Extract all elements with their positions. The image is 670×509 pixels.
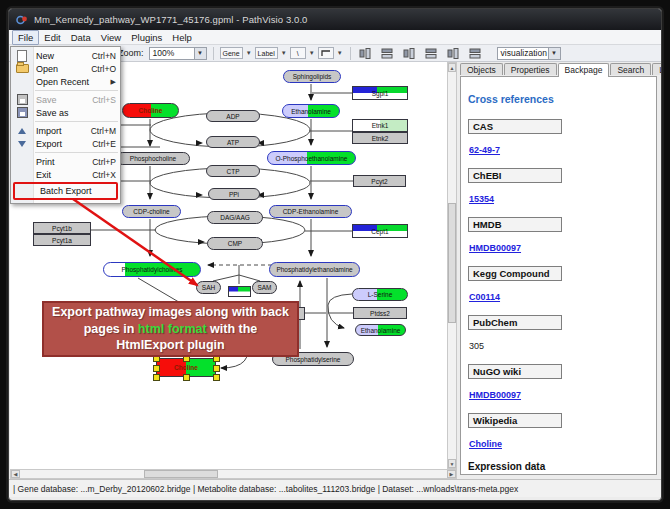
- app-window: Mm_Kennedy_pathway_WP1771_45176.gpml - P…: [8, 8, 662, 501]
- selection-handle[interactable]: [213, 365, 220, 372]
- file-menu-item-open-recent[interactable]: Open Recent▶: [11, 75, 120, 88]
- scroll-up-icon[interactable]: ▲: [448, 63, 456, 72]
- pathway-node-choline-top[interactable]: Choline: [122, 103, 179, 118]
- label-tool-button[interactable]: Label: [255, 47, 278, 59]
- tab-legend[interactable]: Legend: [652, 63, 662, 75]
- window-title: Mm_Kennedy_pathway_WP1771_45176.gpml - P…: [34, 14, 308, 25]
- file-menu-item-print[interactable]: PrintCtrl+P: [11, 155, 120, 168]
- backpage-value-nugo-wiki[interactable]: HMDB00097: [469, 390, 521, 400]
- backpage-section-kegg-compound: Kegg Compound: [468, 266, 562, 281]
- file-menu-item-new[interactable]: NewCtrl+N: [11, 49, 120, 62]
- tab-backpage[interactable]: Backpage: [558, 63, 610, 77]
- align-top-icon[interactable]: [445, 47, 461, 60]
- pathway-node-sah[interactable]: SAH: [196, 281, 221, 294]
- align-center-x-icon[interactable]: [357, 47, 373, 60]
- menubar-item-edit[interactable]: Edit: [39, 31, 65, 44]
- chevron-down-icon[interactable]: ▼: [308, 50, 316, 56]
- line-tool-button[interactable]: \: [290, 47, 306, 59]
- pathway-node-dag-aag[interactable]: DAG/AAG: [207, 211, 263, 224]
- menubar-item-data[interactable]: Data: [66, 31, 96, 44]
- pathway-node-pcyt1b[interactable]: Pcyt1b: [33, 222, 91, 234]
- pathway-node-l-serine[interactable]: L-Serine: [352, 288, 408, 301]
- pathway-node-cept1[interactable]: Cept1: [352, 224, 408, 238]
- backpage-value-hmdb[interactable]: HMDB00097: [469, 243, 521, 253]
- pathway-node-etnk1[interactable]: Etnk1: [352, 119, 408, 132]
- pathway-node-cdp-ethanolamine[interactable]: CDP-Ethanolamine: [269, 205, 352, 218]
- file-menu-item-open[interactable]: OpenCtrl+O: [11, 62, 120, 75]
- pathway-node-sam[interactable]: SAM: [252, 281, 277, 294]
- stack-horizontal-icon[interactable]: [423, 47, 439, 60]
- file-menu: NewCtrl+NOpenCtrl+OOpen Recent▶SaveCtrl+…: [10, 46, 121, 204]
- vscroll-thumb[interactable]: [448, 203, 456, 323]
- selection-handle[interactable]: [183, 374, 190, 381]
- annotation-line2: pages in html format with the: [84, 321, 258, 338]
- pathway-node-atp[interactable]: ATP: [206, 136, 260, 148]
- toolbar-separator: [213, 47, 214, 60]
- zoom-combobox[interactable]: 100% ▼: [149, 47, 207, 60]
- file-menu-item-save-as[interactable]: Save as: [11, 106, 120, 119]
- pathway-node-phosphatidylethanolamine[interactable]: Phosphatidylethanolamine: [269, 262, 360, 277]
- selection-handle[interactable]: [153, 374, 160, 381]
- scroll-left-icon[interactable]: ◀: [11, 470, 20, 478]
- backpage-value-wikipedia[interactable]: Choline: [469, 439, 502, 449]
- chevron-down-icon[interactable]: ▼: [280, 50, 288, 56]
- pathway-node-cdp-choline[interactable]: CDP-choline: [122, 205, 181, 218]
- annotation-line1: Export pathway images along with back: [52, 304, 289, 321]
- menubar-item-help[interactable]: Help: [167, 31, 197, 44]
- pathway-node-ppi[interactable]: PPi: [208, 188, 260, 200]
- scroll-down-icon[interactable]: ▼: [448, 459, 456, 468]
- pathway-node-ptdss2[interactable]: Ptdss2: [353, 307, 407, 319]
- cross-references-heading: Cross references: [468, 93, 650, 105]
- chevron-down-icon[interactable]: ▼: [245, 50, 253, 56]
- visualization-combobox[interactable]: visualization ▼: [497, 47, 561, 60]
- tab-search[interactable]: Search: [610, 63, 651, 75]
- file-menu-item-save[interactable]: SaveCtrl+S: [11, 93, 120, 106]
- pathway-node-o-phosphoethanolamine[interactable]: O-Phosphoethanolamine: [267, 151, 356, 165]
- selection-handle[interactable]: [213, 374, 220, 381]
- hscroll-thumb[interactable]: [144, 470, 218, 478]
- pathway-node-pcyt1a[interactable]: Pcyt1a: [33, 234, 91, 246]
- chevron-down-icon[interactable]: ▼: [548, 48, 560, 59]
- pathway-node-sphingolipids[interactable]: Sphingolipids: [283, 70, 341, 83]
- align-center-y-icon[interactable]: [379, 47, 395, 60]
- file-menu-item-import[interactable]: ImportCtrl+M: [11, 124, 120, 137]
- pathway-node-pcyt2[interactable]: Pcyt2: [353, 175, 406, 187]
- menubar-item-file[interactable]: File: [12, 30, 39, 45]
- canvas-vscrollbar[interactable]: ▲ ▼: [447, 62, 457, 469]
- common-size-icon[interactable]: [467, 47, 483, 60]
- title-bar[interactable]: Mm_Kennedy_pathway_WP1771_45176.gpml - P…: [9, 9, 661, 30]
- stack-vertical-icon[interactable]: [401, 47, 417, 60]
- backpage-value-chebi[interactable]: 15354: [469, 194, 494, 204]
- scroll-right-icon[interactable]: ▶: [447, 470, 456, 478]
- file-menu-item-batch-export[interactable]: Batch Export: [13, 182, 118, 200]
- menubar-item-plugins[interactable]: Plugins: [126, 31, 167, 44]
- pathway-node-ctp[interactable]: CTP: [206, 165, 260, 177]
- chevron-down-icon[interactable]: ▼: [194, 48, 206, 59]
- pathway-node-ethanolamine-top[interactable]: Ethanolamine: [282, 104, 340, 118]
- pathway-node-phosphatidylcholines[interactable]: Phosphatidylcholines: [103, 262, 201, 277]
- file-menu-item-exit[interactable]: ExitCtrl+X: [11, 168, 120, 181]
- pathway-node-pemt[interactable]: [228, 286, 251, 297]
- canvas-hscrollbar[interactable]: ◀ ▶: [10, 469, 457, 479]
- file-menu-item-export[interactable]: ExportCtrl+E: [11, 137, 120, 150]
- open-folder-icon: [14, 63, 30, 74]
- backpage-value-kegg-compound[interactable]: C00114: [469, 292, 500, 302]
- pathway-node-ethanolamine-bottom[interactable]: Ethanolamine: [355, 324, 406, 336]
- backpage-value-cas[interactable]: 62-49-7: [469, 145, 500, 155]
- pathway-node-phosphocholine[interactable]: Phosphocholine: [116, 152, 190, 165]
- pathway-node-adp[interactable]: ADP: [206, 110, 260, 122]
- menu-icon-placeholder: [14, 169, 30, 180]
- pathway-node-cmp[interactable]: CMP: [207, 237, 263, 250]
- connector-tool-button[interactable]: [318, 47, 334, 59]
- tab-objects[interactable]: Objects: [460, 63, 503, 75]
- pathway-node-sgpl1[interactable]: Sgpl1: [352, 86, 408, 100]
- save-icon: [14, 94, 30, 105]
- status-text: | Gene database: ...m_Derby_20120602.bri…: [13, 484, 518, 494]
- menubar-item-view[interactable]: View: [96, 31, 126, 44]
- chevron-down-icon[interactable]: ▼: [336, 50, 344, 56]
- toolbar-separator: [350, 47, 351, 60]
- gene-tool-button[interactable]: Gene: [220, 47, 243, 59]
- pathway-node-etnk2[interactable]: Etnk2: [352, 132, 408, 144]
- tab-properties[interactable]: Properties: [504, 63, 557, 75]
- selection-handle[interactable]: [153, 365, 160, 372]
